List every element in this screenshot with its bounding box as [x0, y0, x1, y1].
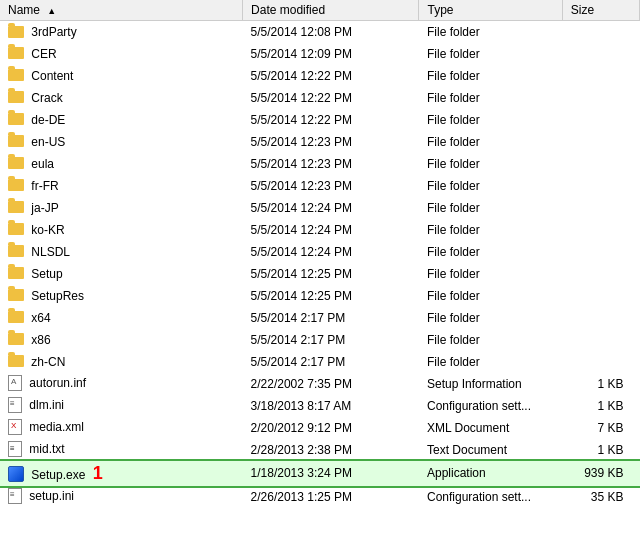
- cell-size: [562, 351, 639, 373]
- cell-size: [562, 65, 639, 87]
- folder-icon: [8, 333, 24, 345]
- cell-type: Setup Information: [419, 373, 562, 395]
- table-row[interactable]: x64 5/5/2014 2:17 PM File folder: [0, 307, 640, 329]
- file-name: Content: [31, 69, 73, 83]
- cell-date: 5/5/2014 2:17 PM: [243, 329, 419, 351]
- table-row[interactable]: ja-JP 5/5/2014 12:24 PM File folder: [0, 197, 640, 219]
- table-row[interactable]: Content 5/5/2014 12:22 PM File folder: [0, 65, 640, 87]
- ini-icon: [8, 488, 22, 504]
- xml-icon: [8, 419, 22, 435]
- table-row[interactable]: SetupRes 5/5/2014 12:25 PM File folder: [0, 285, 640, 307]
- file-name: dlm.ini: [29, 398, 64, 412]
- cell-type: File folder: [419, 285, 562, 307]
- cell-size: [562, 307, 639, 329]
- file-name: Crack: [31, 91, 62, 105]
- cell-type: File folder: [419, 21, 562, 43]
- cell-name: de-DE: [0, 109, 243, 131]
- table-row[interactable]: eula 5/5/2014 12:23 PM File folder: [0, 153, 640, 175]
- cell-type: File folder: [419, 43, 562, 65]
- cell-date: 2/28/2013 2:38 PM: [243, 439, 419, 461]
- cell-name: CER: [0, 43, 243, 65]
- table-row[interactable]: autorun.inf 2/22/2002 7:35 PM Setup Info…: [0, 373, 640, 395]
- cell-name: x64: [0, 307, 243, 329]
- table-row[interactable]: NLSDL 5/5/2014 12:24 PM File folder: [0, 241, 640, 263]
- cell-size: [562, 21, 639, 43]
- table-row[interactable]: zh-CN 5/5/2014 2:17 PM File folder: [0, 351, 640, 373]
- cell-name: NLSDL: [0, 241, 243, 263]
- sort-arrow-name: ▲: [47, 6, 56, 16]
- table-row[interactable]: Setup.exe 1 1/18/2013 3:24 PM Applicatio…: [0, 461, 640, 486]
- table-row[interactable]: CER 5/5/2014 12:09 PM File folder: [0, 43, 640, 65]
- file-name: mid.txt: [29, 442, 64, 456]
- file-name: fr-FR: [31, 179, 58, 193]
- col-header-date[interactable]: Date modified: [243, 0, 419, 21]
- folder-icon: [8, 179, 24, 191]
- cell-type: Text Document: [419, 439, 562, 461]
- col-header-size[interactable]: Size: [562, 0, 639, 21]
- cell-size: [562, 285, 639, 307]
- cell-type: XML Document: [419, 417, 562, 439]
- table-row[interactable]: ko-KR 5/5/2014 12:24 PM File folder: [0, 219, 640, 241]
- table-row[interactable]: fr-FR 5/5/2014 12:23 PM File folder: [0, 175, 640, 197]
- cell-size: [562, 329, 639, 351]
- cell-name: 3rdParty: [0, 21, 243, 43]
- folder-icon: [8, 47, 24, 59]
- cell-type: File folder: [419, 153, 562, 175]
- cell-name: ja-JP: [0, 197, 243, 219]
- cell-date: 5/5/2014 2:17 PM: [243, 351, 419, 373]
- file-name: setup.ini: [29, 489, 74, 503]
- cell-size: 7 KB: [562, 417, 639, 439]
- cell-type: File folder: [419, 65, 562, 87]
- cell-date: 5/5/2014 12:09 PM: [243, 43, 419, 65]
- cell-name: ko-KR: [0, 219, 243, 241]
- table-row[interactable]: setup.ini 2/26/2013 1:25 PM Configuratio…: [0, 486, 640, 508]
- folder-icon: [8, 113, 24, 125]
- col-header-type[interactable]: Type: [419, 0, 562, 21]
- cell-name: dlm.ini: [0, 395, 243, 417]
- cell-name: Content: [0, 65, 243, 87]
- cell-type: File folder: [419, 87, 562, 109]
- file-name: x64: [31, 311, 50, 325]
- table-row[interactable]: Crack 5/5/2014 12:22 PM File folder: [0, 87, 640, 109]
- table-row[interactable]: x86 5/5/2014 2:17 PM File folder: [0, 329, 640, 351]
- file-name: SetupRes: [31, 289, 84, 303]
- file-name: Setup.exe: [31, 468, 85, 482]
- table-row[interactable]: de-DE 5/5/2014 12:22 PM File folder: [0, 109, 640, 131]
- cell-date: 5/5/2014 12:24 PM: [243, 241, 419, 263]
- cell-name: Crack: [0, 87, 243, 109]
- cell-size: [562, 131, 639, 153]
- folder-icon: [8, 245, 24, 257]
- file-explorer-container: Name ▲ Date modified Type Size 3rdParty …: [0, 0, 640, 541]
- folder-icon: [8, 289, 24, 301]
- cell-date: 2/22/2002 7:35 PM: [243, 373, 419, 395]
- table-row[interactable]: en-US 5/5/2014 12:23 PM File folder: [0, 131, 640, 153]
- cell-date: 5/5/2014 12:24 PM: [243, 219, 419, 241]
- cell-type: File folder: [419, 197, 562, 219]
- file-name: eula: [31, 157, 54, 171]
- cell-date: 1/18/2013 3:24 PM: [243, 461, 419, 486]
- table-row[interactable]: 3rdParty 5/5/2014 12:08 PM File folder: [0, 21, 640, 43]
- table-row[interactable]: dlm.ini 3/18/2013 8:17 AM Configuration …: [0, 395, 640, 417]
- cell-type: File folder: [419, 307, 562, 329]
- folder-icon: [8, 91, 24, 103]
- cell-size: 1 KB: [562, 395, 639, 417]
- file-list-table: Name ▲ Date modified Type Size 3rdParty …: [0, 0, 640, 508]
- table-row[interactable]: mid.txt 2/28/2013 2:38 PM Text Document …: [0, 439, 640, 461]
- table-row[interactable]: Setup 5/5/2014 12:25 PM File folder: [0, 263, 640, 285]
- table-row[interactable]: media.xml 2/20/2012 9:12 PM XML Document…: [0, 417, 640, 439]
- selection-arrow: 1: [93, 463, 103, 483]
- cell-date: 5/5/2014 12:23 PM: [243, 153, 419, 175]
- cell-date: 2/20/2012 9:12 PM: [243, 417, 419, 439]
- col-header-name[interactable]: Name ▲: [0, 0, 243, 21]
- cell-size: [562, 263, 639, 285]
- folder-icon: [8, 355, 24, 367]
- folder-icon: [8, 157, 24, 169]
- cell-type: File folder: [419, 351, 562, 373]
- cell-type: File folder: [419, 219, 562, 241]
- folder-icon: [8, 311, 24, 323]
- cell-name: Setup: [0, 263, 243, 285]
- txt-icon: [8, 441, 22, 457]
- file-name: de-DE: [31, 113, 65, 127]
- cell-name: zh-CN: [0, 351, 243, 373]
- cell-size: [562, 175, 639, 197]
